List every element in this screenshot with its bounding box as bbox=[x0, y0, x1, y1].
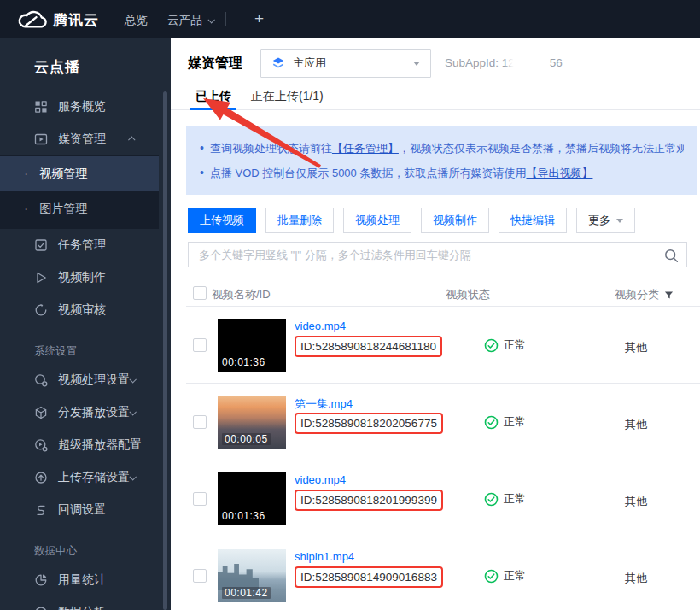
row-checkbox[interactable] bbox=[193, 338, 207, 352]
table-row: 00:01:36 video.mp4 ID:528589081820199939… bbox=[186, 460, 700, 537]
chevron-up-icon bbox=[128, 136, 135, 143]
process-icon bbox=[34, 373, 48, 387]
chevron-down-icon bbox=[129, 473, 136, 480]
video-status: 正常 bbox=[484, 491, 526, 507]
status-text: 正常 bbox=[504, 491, 526, 507]
search-bar bbox=[188, 242, 687, 267]
video-produce-button[interactable]: 视频制作 bbox=[421, 208, 489, 233]
notice-line: •查询视频处理状态请前往【任务管理】，视频状态仅表示视频是否禁播，禁播后视频将无… bbox=[200, 136, 684, 161]
sidebar-item-label: 回调设置 bbox=[58, 502, 106, 518]
video-name-link[interactable]: shipin1.mp4 bbox=[295, 550, 354, 563]
video-thumbnail[interactable]: 00:01:36 bbox=[218, 472, 286, 525]
table-row: 00:01:42 shipin1.mp4 ID:5285890814909016… bbox=[186, 537, 700, 610]
brand-name[interactable]: 腾讯云 bbox=[53, 10, 99, 30]
column-header-status: 视频状态 bbox=[446, 287, 490, 302]
sidebar-submenu: ·视频管理·图片管理 bbox=[0, 155, 159, 229]
app-selector-dropdown[interactable]: 主应用 bbox=[260, 49, 431, 78]
video-id: ID:5285890818202056775 bbox=[300, 417, 437, 430]
video-duration: 00:00:05 bbox=[222, 433, 271, 445]
video-id: ID:5285890814909016883 bbox=[300, 571, 437, 584]
sidebar-item[interactable]: 回调设置 bbox=[0, 494, 159, 526]
video-name-link[interactable]: video.mp4 bbox=[295, 320, 346, 332]
row-checkbox[interactable] bbox=[193, 492, 207, 506]
chevron-down-icon bbox=[129, 376, 136, 383]
video-duration: 00:01:42 bbox=[222, 587, 271, 599]
table-header: 视频名称/ID 视频状态 视频分类 bbox=[186, 280, 700, 307]
more-button[interactable]: 更多 bbox=[576, 208, 635, 233]
sidebar-item[interactable]: 视频审核 bbox=[0, 294, 159, 326]
redacted-blur bbox=[512, 56, 553, 69]
video-id-red-annotation-box: ID:5285890818201999399 bbox=[295, 490, 443, 511]
video-thumbnail[interactable]: 00:01:42 bbox=[218, 549, 286, 602]
status-ok-icon bbox=[484, 569, 499, 584]
sidebar-item-label: 服务概览 bbox=[58, 99, 106, 114]
sidebar-item[interactable]: 视频处理设置 bbox=[0, 364, 159, 396]
cube-icon bbox=[34, 406, 48, 419]
task-manage-link[interactable]: 【任务管理】 bbox=[332, 142, 399, 155]
sidebar-subitem[interactable]: ·视频管理 bbox=[0, 156, 159, 191]
search-icon[interactable] bbox=[664, 249, 679, 263]
video-process-button[interactable]: 视频处理 bbox=[343, 208, 411, 233]
row-checkbox[interactable] bbox=[193, 415, 207, 429]
notice-banner: •查询视频处理状态请前往【任务管理】，视频状态仅表示视频是否禁播，禁播后视频将无… bbox=[186, 126, 697, 195]
nav-products[interactable]: 云产品 bbox=[167, 13, 213, 28]
video-thumbnail[interactable]: 00:00:05 bbox=[218, 396, 286, 449]
tencent-cloud-logo-icon[interactable] bbox=[15, 8, 48, 31]
video-id-red-annotation-box: ID:5285890818202056775 bbox=[295, 413, 443, 434]
review-icon bbox=[34, 303, 48, 317]
sidebar-item-label: 数据分析 bbox=[58, 605, 106, 610]
sidebar-item[interactable]: 服务概览 bbox=[0, 91, 159, 123]
video-name-link[interactable]: 第一集.mp4 bbox=[295, 396, 353, 412]
sidebar-item-label: 上传存储设置 bbox=[58, 470, 130, 485]
tab-uploading[interactable]: 正在上传(1/1) bbox=[251, 87, 324, 110]
table-row: 00:01:36 video.mp4 ID:528589081824468118… bbox=[186, 307, 700, 384]
chart-icon bbox=[34, 606, 48, 610]
sidebar-menu: 服务概览媒资管理·视频管理·图片管理任务管理视频制作视频审核系统设置视频处理设置… bbox=[0, 91, 171, 610]
media-icon bbox=[34, 132, 48, 146]
search-input[interactable] bbox=[189, 243, 686, 267]
pie-icon bbox=[34, 573, 48, 587]
status-text: 正常 bbox=[504, 568, 526, 584]
sidebar-item-label: 用量统计 bbox=[58, 572, 106, 588]
sidebar-item[interactable]: 任务管理 bbox=[0, 229, 159, 261]
upload-video-button[interactable]: 上传视频 bbox=[188, 208, 256, 233]
sidebar-item[interactable]: 超级播放器配置 bbox=[0, 429, 159, 461]
tab-bar: 已上传 正在上传(1/1) bbox=[171, 85, 700, 110]
status-text: 正常 bbox=[504, 414, 526, 430]
sidebar-item[interactable]: 数据分析 bbox=[0, 596, 159, 610]
sidebar-subitem[interactable]: ·图片管理 bbox=[0, 191, 159, 226]
select-all-checkbox[interactable] bbox=[193, 286, 207, 300]
task-icon bbox=[34, 238, 48, 252]
table-row: 00:00:05 第一集.mp4 ID:5285890818202056775 … bbox=[186, 384, 700, 460]
sidebar-item-label: 视频处理设置 bbox=[58, 372, 130, 388]
row-checkbox[interactable] bbox=[193, 569, 207, 583]
video-duration: 00:01:36 bbox=[222, 510, 265, 522]
export-video-link[interactable]: 【导出视频】 bbox=[526, 167, 592, 179]
video-duration: 00:01:36 bbox=[222, 356, 265, 368]
sidebar-item[interactable]: 媒资管理 bbox=[0, 123, 159, 155]
nav-overview[interactable]: 总览 bbox=[125, 13, 148, 28]
app-layers-icon bbox=[271, 56, 285, 70]
tab-uploaded[interactable]: 已上传 bbox=[195, 87, 231, 110]
video-id-red-annotation-box: ID:5285890814909016883 bbox=[295, 566, 443, 588]
sidebar-item[interactable]: 上传存储设置 bbox=[0, 461, 159, 494]
bullet-dot: · bbox=[24, 202, 28, 217]
video-name-link[interactable]: video.mp4 bbox=[295, 473, 346, 486]
app-selector-value: 主应用 bbox=[293, 56, 413, 71]
nav-divider bbox=[225, 12, 226, 26]
batch-delete-button[interactable]: 批量删除 bbox=[265, 208, 334, 233]
add-tab-button[interactable]: + bbox=[254, 9, 264, 28]
sidebar-item[interactable]: 分发播放设置 bbox=[0, 396, 159, 429]
product-title: 云点播 bbox=[34, 57, 171, 77]
sidebar-item[interactable]: 用量统计 bbox=[0, 564, 159, 596]
sidebar-item-label: 任务管理 bbox=[58, 238, 106, 253]
sidebar-scrollbar[interactable] bbox=[163, 91, 167, 610]
upload-icon bbox=[34, 471, 48, 484]
table-body: 00:01:36 video.mp4 ID:528589081824468118… bbox=[171, 307, 700, 610]
sidebar-item[interactable]: 视频制作 bbox=[0, 261, 159, 294]
video-thumbnail[interactable]: 00:01:36 bbox=[218, 319, 286, 372]
quick-edit-button[interactable]: 快捷编辑 bbox=[499, 208, 567, 233]
filter-icon[interactable] bbox=[664, 290, 674, 300]
video-id-red-annotation-box: ID:5285890818244681180 bbox=[295, 336, 442, 357]
video-id: ID:5285890818244681180 bbox=[300, 340, 436, 353]
